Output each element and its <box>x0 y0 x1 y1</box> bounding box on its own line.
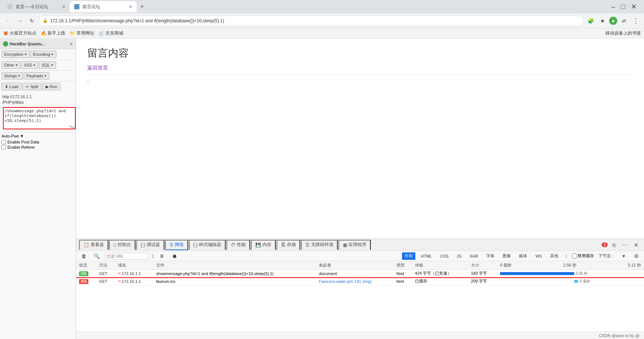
hackbar-action-row: ⬇ Load ✂ Split ▶ Run <box>0 81 76 92</box>
minimize-button[interactable]: – <box>610 3 617 11</box>
hackbar-header: HackBar Quantu... × <box>0 39 76 49</box>
devtools-dock-button[interactable]: ⎗ <box>609 240 619 250</box>
table-row[interactable]: 200 GET ✏172.16.1.1 showmessage.php?id=1… <box>76 269 644 277</box>
sql-button[interactable]: SQL ▼ <box>39 61 56 69</box>
row-type: html <box>393 277 412 285</box>
filter-media[interactable]: 媒体 <box>516 252 530 260</box>
address-text: 172.16.1.1/PHP/jrltbbs/showmessage.php?i… <box>50 18 580 23</box>
filter-css[interactable]: CSS <box>438 252 451 260</box>
col-size: 大小 <box>468 261 497 269</box>
clear-network-button[interactable]: 🗑 <box>79 251 89 261</box>
tab-label-1: 首页----今日论坛 <box>16 4 58 10</box>
tab-inactive[interactable]: 首页----今日论坛 × <box>3 1 70 12</box>
split-button[interactable]: ✂ Split <box>22 83 41 90</box>
encryption-button[interactable]: Encryption ▼ <box>1 51 30 58</box>
other-label: Other <box>4 63 14 67</box>
filter-image[interactable]: 图像 <box>500 252 513 260</box>
tab-active[interactable]: 留言论坛 × <box>70 1 137 12</box>
payloads-arrow: ▼ <box>44 74 47 78</box>
extensions-button[interactable]: 🧩 <box>585 16 596 26</box>
pause-button[interactable]: ⏸ <box>157 251 167 261</box>
enable-post-data-checkbox[interactable] <box>1 140 6 144</box>
page-title: 留言内容 <box>87 46 633 60</box>
devtools-tab-style-editor[interactable]: { } 样式编辑器 <box>189 240 226 250</box>
devtools-tab-inspect[interactable]: 📋 查看器 <box>79 240 108 250</box>
new-tab-button[interactable]: + <box>137 1 148 12</box>
filter-icon-button[interactable]: 🔍 <box>92 251 101 261</box>
throttle-button[interactable]: ▼ <box>619 252 628 260</box>
tab-close-1[interactable]: × <box>62 4 65 10</box>
bookmark-button[interactable]: ★ <box>597 16 608 26</box>
hackbar-input-textarea[interactable]: /showmessage.php?id=1 and if(length(data… <box>3 107 76 129</box>
devtools-tab-debugger[interactable]: { } 调试器 <box>136 240 164 250</box>
tab-close-2[interactable]: × <box>129 4 132 10</box>
hackbar-url-display: http://172.16.1.1/PHP/jrltbbs <box>1 93 74 106</box>
filter-other[interactable]: 其他 <box>547 252 561 260</box>
maximize-button[interactable]: □ <box>620 3 627 11</box>
back-button[interactable]: ← <box>3 16 13 26</box>
filter-js[interactable]: JS <box>454 252 464 260</box>
sync-button[interactable]: ⇄ <box>619 16 629 26</box>
filter-all[interactable]: 所有 <box>402 252 415 260</box>
devtools-tab-memory[interactable]: 💾 内存 <box>251 240 276 250</box>
row-file: showmessage.php?id=1 and if(length(datab… <box>153 269 316 277</box>
timing-label-2: 5.12 秒 <box>628 262 641 268</box>
devtools-more-button[interactable]: ⋯ <box>620 240 630 250</box>
url-filter-input[interactable] <box>104 253 149 259</box>
close-button[interactable]: ✕ <box>630 3 638 11</box>
devtools-tab-performance[interactable]: ⏱ 性能 <box>226 240 250 250</box>
row-initiator: FaviconLoader.jsm:191 (img) <box>316 277 393 285</box>
reload-button[interactable]: ↻ <box>27 16 37 26</box>
filter-ws[interactable]: WS <box>533 252 545 260</box>
devtools-tab-application[interactable]: ▦ 应用程序 <box>339 240 371 250</box>
inspect-icon: 📋 <box>84 242 89 248</box>
devtools-close-button[interactable]: ✕ <box>631 240 641 250</box>
memory-label: 内存 <box>262 242 271 248</box>
enable-referer-label: Enable Referer <box>7 145 35 149</box>
devtools-tab-storage[interactable]: 🗄 存储 <box>277 240 300 250</box>
menu-button[interactable]: ⋮ <box>631 16 641 26</box>
forward-button[interactable]: → <box>15 16 25 26</box>
stop-recording-button[interactable]: ⏺ <box>170 251 179 261</box>
network-table-header: 状态 方法 域名 文件 发起者 类型 传输 大小 0 毫秒 <box>76 261 644 269</box>
filter-html[interactable]: HTML <box>418 252 435 260</box>
bookmark-4[interactable]: 🛒 京东商城 <box>99 30 123 36</box>
xss-button[interactable]: XSS ▼ <box>21 61 38 69</box>
col-status: 状态 <box>76 261 96 269</box>
bookmark-2[interactable]: 🔥 新手上路 <box>41 30 65 36</box>
network-settings-button[interactable]: ⚙ <box>631 251 641 261</box>
row-method: GET <box>96 269 115 277</box>
hackbar-close-button[interactable]: × <box>70 41 73 47</box>
devtools-tab-console[interactable]: □ 控制台 <box>109 240 135 250</box>
run-button[interactable]: ▶ Run <box>42 83 61 90</box>
devtools-panel: 📋 查看器 □ 控制台 { } 调试器 ⇅ 网络 <box>76 239 644 339</box>
strings-label: Strings <box>4 74 17 78</box>
devtools-tab-network[interactable]: ⇅ 网络 <box>165 240 188 250</box>
filter-font[interactable]: 字体 <box>484 252 497 260</box>
table-row[interactable]: 404 GET ✏172.16.1.1 favicon.ico FaviconL… <box>76 277 644 285</box>
enable-referer-checkbox[interactable] <box>1 145 6 149</box>
strings-button[interactable]: Strings ▼ <box>1 72 23 80</box>
throttle-label: 下节流： <box>598 253 615 259</box>
filter-xhr[interactable]: XHR <box>467 252 481 260</box>
row-transfer: 424 字节（已竞速） <box>412 269 468 277</box>
payloads-button[interactable]: Payloads ▼ <box>24 72 49 80</box>
network-table: 状态 方法 域名 文件 发起者 类型 传输 大小 0 毫秒 <box>76 261 644 285</box>
account-button[interactable]: ● <box>609 17 617 25</box>
hackbar-title: HackBar Quantu... <box>10 42 68 46</box>
bookmark-3[interactable]: 📁 常用网址 <box>70 30 94 36</box>
encoding-label: Encoding <box>33 52 50 56</box>
devtools-tab-accessibility[interactable]: ☰ 无障碍环境 <box>301 240 338 250</box>
bookmark-1[interactable]: 🦊 火狐官方站点 <box>3 30 36 36</box>
back-to-home-link[interactable]: 返回首页 <box>87 65 633 71</box>
other-button[interactable]: Other ▼ <box>1 61 20 69</box>
col-file: 文件 <box>153 261 316 269</box>
load-button[interactable]: ⬇ Load <box>1 83 22 90</box>
address-bar[interactable]: 🔒 172.16.1.1/PHP/jrltbbs/showmessage.php… <box>39 16 584 26</box>
disable-cache-checkbox[interactable] <box>572 254 577 258</box>
encoding-button[interactable]: Encoding ▼ <box>30 51 56 58</box>
autopwn-header[interactable]: Auto-Pwn ▼ <box>1 134 74 138</box>
security-icon: 🔒 <box>43 18 48 23</box>
enable-post-data-label: Enable Post Data <box>7 140 39 144</box>
accessibility-label: 无障碍环境 <box>311 242 333 248</box>
